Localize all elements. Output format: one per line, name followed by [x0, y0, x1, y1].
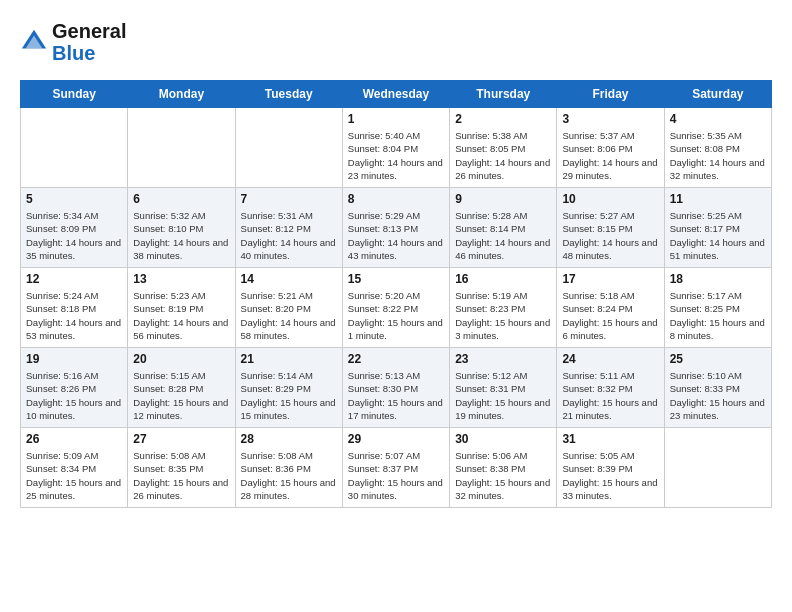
day-info: Sunrise: 5:24 AMSunset: 8:18 PMDaylight:…: [26, 289, 122, 342]
day-number: 5: [26, 192, 122, 206]
day-info: Sunrise: 5:21 AMSunset: 8:20 PMDaylight:…: [241, 289, 337, 342]
day-number: 21: [241, 352, 337, 366]
day-number: 25: [670, 352, 766, 366]
calendar-cell: [235, 108, 342, 188]
day-info: Sunrise: 5:23 AMSunset: 8:19 PMDaylight:…: [133, 289, 229, 342]
day-info: Sunrise: 5:12 AMSunset: 8:31 PMDaylight:…: [455, 369, 551, 422]
day-number: 20: [133, 352, 229, 366]
day-info: Sunrise: 5:08 AMSunset: 8:35 PMDaylight:…: [133, 449, 229, 502]
day-info: Sunrise: 5:27 AMSunset: 8:15 PMDaylight:…: [562, 209, 658, 262]
calendar-week-row: 5Sunrise: 5:34 AMSunset: 8:09 PMDaylight…: [21, 188, 772, 268]
day-number: 30: [455, 432, 551, 446]
weekday-header: Friday: [557, 81, 664, 108]
day-info: Sunrise: 5:05 AMSunset: 8:39 PMDaylight:…: [562, 449, 658, 502]
day-info: Sunrise: 5:34 AMSunset: 8:09 PMDaylight:…: [26, 209, 122, 262]
day-number: 4: [670, 112, 766, 126]
calendar-cell: 2Sunrise: 5:38 AMSunset: 8:05 PMDaylight…: [450, 108, 557, 188]
day-number: 9: [455, 192, 551, 206]
logo-icon: [20, 28, 48, 56]
day-info: Sunrise: 5:40 AMSunset: 8:04 PMDaylight:…: [348, 129, 444, 182]
calendar-cell: 12Sunrise: 5:24 AMSunset: 8:18 PMDayligh…: [21, 268, 128, 348]
day-number: 15: [348, 272, 444, 286]
weekday-header: Wednesday: [342, 81, 449, 108]
logo: General Blue: [20, 20, 126, 64]
calendar-cell: 26Sunrise: 5:09 AMSunset: 8:34 PMDayligh…: [21, 428, 128, 508]
calendar-cell: 5Sunrise: 5:34 AMSunset: 8:09 PMDaylight…: [21, 188, 128, 268]
day-number: 14: [241, 272, 337, 286]
day-number: 8: [348, 192, 444, 206]
day-info: Sunrise: 5:08 AMSunset: 8:36 PMDaylight:…: [241, 449, 337, 502]
day-info: Sunrise: 5:38 AMSunset: 8:05 PMDaylight:…: [455, 129, 551, 182]
calendar-cell: 9Sunrise: 5:28 AMSunset: 8:14 PMDaylight…: [450, 188, 557, 268]
day-number: 17: [562, 272, 658, 286]
day-info: Sunrise: 5:14 AMSunset: 8:29 PMDaylight:…: [241, 369, 337, 422]
day-info: Sunrise: 5:16 AMSunset: 8:26 PMDaylight:…: [26, 369, 122, 422]
day-info: Sunrise: 5:19 AMSunset: 8:23 PMDaylight:…: [455, 289, 551, 342]
day-info: Sunrise: 5:31 AMSunset: 8:12 PMDaylight:…: [241, 209, 337, 262]
calendar-cell: 21Sunrise: 5:14 AMSunset: 8:29 PMDayligh…: [235, 348, 342, 428]
calendar-cell: 28Sunrise: 5:08 AMSunset: 8:36 PMDayligh…: [235, 428, 342, 508]
day-number: 19: [26, 352, 122, 366]
day-number: 12: [26, 272, 122, 286]
day-info: Sunrise: 5:35 AMSunset: 8:08 PMDaylight:…: [670, 129, 766, 182]
calendar-week-row: 12Sunrise: 5:24 AMSunset: 8:18 PMDayligh…: [21, 268, 772, 348]
day-number: 22: [348, 352, 444, 366]
day-info: Sunrise: 5:13 AMSunset: 8:30 PMDaylight:…: [348, 369, 444, 422]
calendar-cell: 1Sunrise: 5:40 AMSunset: 8:04 PMDaylight…: [342, 108, 449, 188]
calendar-cell: [21, 108, 128, 188]
day-number: 18: [670, 272, 766, 286]
calendar-cell: 31Sunrise: 5:05 AMSunset: 8:39 PMDayligh…: [557, 428, 664, 508]
calendar-cell: [664, 428, 771, 508]
calendar-cell: 22Sunrise: 5:13 AMSunset: 8:30 PMDayligh…: [342, 348, 449, 428]
day-number: 27: [133, 432, 229, 446]
day-number: 31: [562, 432, 658, 446]
calendar-cell: 8Sunrise: 5:29 AMSunset: 8:13 PMDaylight…: [342, 188, 449, 268]
day-number: 23: [455, 352, 551, 366]
day-info: Sunrise: 5:11 AMSunset: 8:32 PMDaylight:…: [562, 369, 658, 422]
calendar-cell: 14Sunrise: 5:21 AMSunset: 8:20 PMDayligh…: [235, 268, 342, 348]
calendar-cell: 7Sunrise: 5:31 AMSunset: 8:12 PMDaylight…: [235, 188, 342, 268]
day-info: Sunrise: 5:15 AMSunset: 8:28 PMDaylight:…: [133, 369, 229, 422]
day-info: Sunrise: 5:18 AMSunset: 8:24 PMDaylight:…: [562, 289, 658, 342]
calendar-cell: 11Sunrise: 5:25 AMSunset: 8:17 PMDayligh…: [664, 188, 771, 268]
weekday-header: Thursday: [450, 81, 557, 108]
calendar-cell: 24Sunrise: 5:11 AMSunset: 8:32 PMDayligh…: [557, 348, 664, 428]
day-number: 28: [241, 432, 337, 446]
weekday-header: Monday: [128, 81, 235, 108]
calendar-cell: 20Sunrise: 5:15 AMSunset: 8:28 PMDayligh…: [128, 348, 235, 428]
calendar-cell: 19Sunrise: 5:16 AMSunset: 8:26 PMDayligh…: [21, 348, 128, 428]
calendar-cell: 29Sunrise: 5:07 AMSunset: 8:37 PMDayligh…: [342, 428, 449, 508]
day-info: Sunrise: 5:07 AMSunset: 8:37 PMDaylight:…: [348, 449, 444, 502]
day-number: 13: [133, 272, 229, 286]
calendar-week-row: 19Sunrise: 5:16 AMSunset: 8:26 PMDayligh…: [21, 348, 772, 428]
day-info: Sunrise: 5:10 AMSunset: 8:33 PMDaylight:…: [670, 369, 766, 422]
calendar-cell: 10Sunrise: 5:27 AMSunset: 8:15 PMDayligh…: [557, 188, 664, 268]
calendar-cell: 4Sunrise: 5:35 AMSunset: 8:08 PMDaylight…: [664, 108, 771, 188]
calendar-cell: 25Sunrise: 5:10 AMSunset: 8:33 PMDayligh…: [664, 348, 771, 428]
day-info: Sunrise: 5:17 AMSunset: 8:25 PMDaylight:…: [670, 289, 766, 342]
calendar-cell: [128, 108, 235, 188]
day-info: Sunrise: 5:20 AMSunset: 8:22 PMDaylight:…: [348, 289, 444, 342]
day-info: Sunrise: 5:09 AMSunset: 8:34 PMDaylight:…: [26, 449, 122, 502]
calendar-cell: 13Sunrise: 5:23 AMSunset: 8:19 PMDayligh…: [128, 268, 235, 348]
weekday-header: Tuesday: [235, 81, 342, 108]
calendar-cell: 16Sunrise: 5:19 AMSunset: 8:23 PMDayligh…: [450, 268, 557, 348]
calendar-header-row: SundayMondayTuesdayWednesdayThursdayFrid…: [21, 81, 772, 108]
day-number: 11: [670, 192, 766, 206]
logo-text: General Blue: [52, 20, 126, 64]
day-number: 1: [348, 112, 444, 126]
calendar-week-row: 26Sunrise: 5:09 AMSunset: 8:34 PMDayligh…: [21, 428, 772, 508]
calendar-cell: 27Sunrise: 5:08 AMSunset: 8:35 PMDayligh…: [128, 428, 235, 508]
day-number: 10: [562, 192, 658, 206]
calendar-cell: 17Sunrise: 5:18 AMSunset: 8:24 PMDayligh…: [557, 268, 664, 348]
calendar-week-row: 1Sunrise: 5:40 AMSunset: 8:04 PMDaylight…: [21, 108, 772, 188]
day-info: Sunrise: 5:32 AMSunset: 8:10 PMDaylight:…: [133, 209, 229, 262]
day-info: Sunrise: 5:29 AMSunset: 8:13 PMDaylight:…: [348, 209, 444, 262]
day-number: 3: [562, 112, 658, 126]
calendar-cell: 23Sunrise: 5:12 AMSunset: 8:31 PMDayligh…: [450, 348, 557, 428]
weekday-header: Sunday: [21, 81, 128, 108]
calendar-cell: 30Sunrise: 5:06 AMSunset: 8:38 PMDayligh…: [450, 428, 557, 508]
day-number: 16: [455, 272, 551, 286]
calendar-cell: 15Sunrise: 5:20 AMSunset: 8:22 PMDayligh…: [342, 268, 449, 348]
calendar-cell: 6Sunrise: 5:32 AMSunset: 8:10 PMDaylight…: [128, 188, 235, 268]
